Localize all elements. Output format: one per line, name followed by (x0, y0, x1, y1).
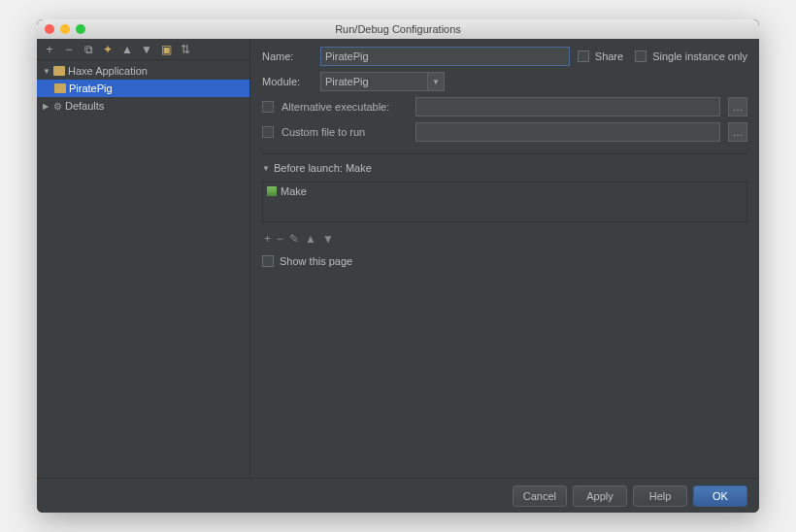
list-toolbar: + − ✎ ▲ ▼ (262, 228, 747, 249)
up-icon[interactable]: ▲ (305, 232, 316, 246)
folder-icon (53, 66, 65, 76)
tree-label: PiratePig (69, 83, 113, 94)
dialog-body: + − ⧉ ✦ ▲ ▼ ▣ ⇅ ▼ Haxe Application (37, 39, 759, 513)
module-row: Module: ▼ (262, 72, 747, 91)
edit-icon[interactable]: ✎ (289, 232, 299, 246)
custom-file-label: Custom file to run (282, 126, 408, 138)
alt-exec-row: Alternative executable: … (262, 97, 747, 116)
cancel-button[interactable]: Cancel (513, 485, 567, 507)
custom-file-input[interactable] (415, 122, 720, 142)
collapse-icon[interactable]: ⇅ (179, 43, 192, 56)
gears-icon: ⚙ (53, 101, 62, 112)
tree-label: Haxe Application (68, 65, 148, 77)
show-page-checkbox[interactable] (262, 255, 274, 267)
right-checks: Share Single instance only (578, 50, 747, 62)
divider (262, 153, 747, 154)
show-page-label: Show this page (280, 255, 352, 267)
apply-button[interactable]: Apply (573, 485, 627, 507)
chevron-down-icon[interactable]: ▼ (427, 72, 445, 91)
name-input[interactable] (320, 47, 570, 66)
window-title: Run/Debug Configurations (37, 23, 759, 35)
folder-icon (54, 83, 66, 93)
alt-exec-label: Alternative executable: (282, 101, 408, 113)
settings-icon[interactable]: ✦ (101, 43, 115, 56)
alt-exec-checkbox[interactable] (262, 101, 274, 113)
name-label: Name: (262, 50, 313, 62)
down-icon[interactable]: ▼ (322, 232, 334, 246)
form-panel: Name: Share Single instance only (250, 39, 759, 478)
single-instance-checkbox[interactable] (635, 50, 647, 62)
down-icon[interactable]: ▼ (140, 43, 153, 56)
ok-button[interactable]: OK (693, 485, 747, 507)
custom-file-checkbox[interactable] (262, 126, 274, 138)
tree-node-defaults[interactable]: ▶ ⚙ Defaults (37, 97, 249, 115)
name-row: Name: Share Single instance only (262, 47, 747, 66)
add-icon[interactable]: + (43, 43, 56, 56)
folder-icon[interactable]: ▣ (159, 43, 173, 56)
before-launch-header[interactable]: ▼ Before launch: Make (262, 162, 747, 174)
alt-exec-input[interactable] (415, 97, 720, 116)
expand-icon: ▼ (43, 67, 50, 76)
tree-node-haxe-application[interactable]: ▼ Haxe Application (37, 62, 249, 80)
module-select[interactable]: ▼ (320, 72, 445, 91)
sidebar-toolbar: + − ⧉ ✦ ▲ ▼ ▣ ⇅ (37, 39, 249, 60)
tree-label: Defaults (65, 100, 104, 112)
share-checkbox[interactable] (578, 50, 589, 62)
remove-icon[interactable]: − (277, 232, 283, 246)
module-label: Module: (262, 76, 313, 87)
add-icon[interactable]: + (264, 232, 271, 246)
up-icon[interactable]: ▲ (120, 43, 134, 56)
remove-icon[interactable]: − (62, 43, 76, 56)
config-tree: ▼ Haxe Application PiratePig ▶ ⚙ Default… (37, 60, 249, 478)
list-item-label: Make (281, 185, 307, 197)
list-item[interactable]: Make (263, 183, 746, 200)
browse-button[interactable]: … (728, 97, 747, 116)
dialog-footer: Cancel Apply Help OK (37, 478, 759, 513)
help-button[interactable]: Help (633, 485, 687, 507)
titlebar: Run/Debug Configurations (37, 19, 759, 39)
show-page-row: Show this page (262, 255, 747, 267)
sidebar: + − ⧉ ✦ ▲ ▼ ▣ ⇅ ▼ Haxe Application (37, 39, 250, 478)
module-input[interactable] (320, 72, 427, 91)
single-instance-label: Single instance only (652, 50, 747, 62)
before-launch-list: Make (262, 182, 747, 222)
browse-button[interactable]: … (728, 122, 747, 142)
copy-icon[interactable]: ⧉ (82, 43, 95, 56)
share-label: Share (595, 50, 623, 62)
before-launch-title: Before launch: Make (274, 162, 372, 174)
collapse-icon: ▼ (262, 164, 270, 173)
dialog-window: Run/Debug Configurations + − ⧉ ✦ ▲ ▼ ▣ ⇅… (37, 19, 759, 513)
make-icon (267, 186, 277, 196)
custom-file-row: Custom file to run … (262, 122, 747, 142)
main-area: + − ⧉ ✦ ▲ ▼ ▣ ⇅ ▼ Haxe Application (37, 39, 759, 478)
expand-icon: ▶ (43, 102, 50, 111)
tree-node-piratepig[interactable]: PiratePig (37, 80, 249, 97)
